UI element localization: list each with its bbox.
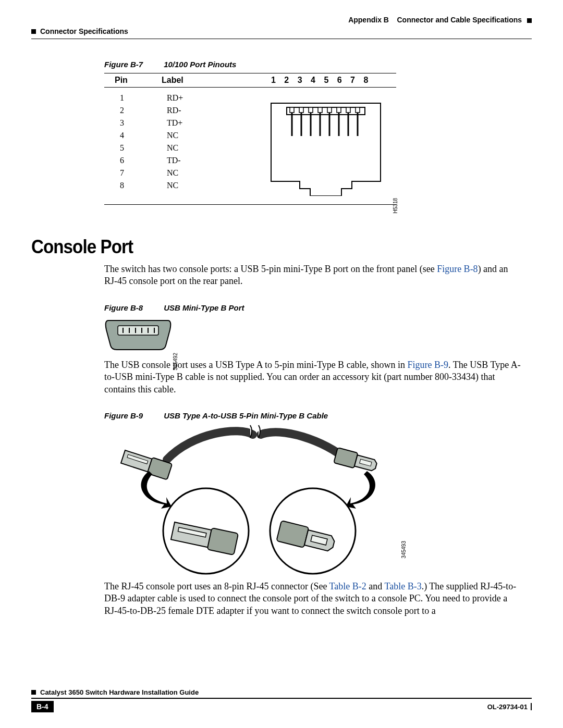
svg-rect-15 [346, 107, 350, 113]
figure-b9-caption: Figure B-9 USB Type A-to-USB 5-Pin Mini-… [104, 411, 521, 420]
appendix-title: Connector and Cable Specifications [397, 16, 522, 24]
svg-rect-9 [290, 107, 294, 113]
svg-rect-17 [118, 326, 158, 335]
pin-cell: 1 [120, 92, 167, 104]
svg-rect-11 [309, 107, 313, 113]
label-cell: TD- [167, 154, 261, 167]
console-para-2: The USB console port uses a USB Type A t… [104, 359, 521, 396]
label-cell: RD+ [167, 92, 261, 104]
pinout-header-row: Pin Label 1 2 3 4 5 6 7 8 [104, 73, 396, 88]
rj45-jack-diagram: H5318 [261, 92, 396, 198]
drawing-id: H5318 [393, 198, 398, 213]
pin-cell: 5 [120, 142, 167, 154]
figure-b8-caption: Figure B-8 USB Mini-Type B Port [104, 303, 521, 312]
svg-rect-14 [337, 107, 341, 113]
header-square-icon [31, 29, 36, 34]
figure-title: USB Type A-to-USB 5-Pin Mini-Type B Cabl… [164, 411, 328, 420]
svg-rect-13 [327, 107, 332, 113]
guide-title: Catalyst 3650 Switch Hardware Installati… [40, 688, 199, 696]
figure-number: Figure B-9 [104, 411, 162, 420]
section-label: Connector Specifications [40, 27, 128, 35]
pin-cell: 2 [120, 104, 167, 117]
svg-rect-12 [318, 107, 322, 113]
label-cell: NC [167, 179, 261, 192]
drawing-id: 345493 [401, 541, 407, 558]
console-para-1: The switch has two console ports: a USB … [104, 263, 521, 288]
col-label-header: Label [162, 76, 255, 85]
pinout-table: Pin Label 1 2 3 4 5 6 7 8 1 2 3 4 5 6 7 … [104, 73, 396, 205]
header-left: Connector Specifications [31, 27, 532, 35]
pin-column: 1 2 3 4 5 6 7 8 [104, 92, 167, 198]
drawing-id: 345492 [173, 353, 178, 370]
page-footer: Catalyst 3650 Switch Hardware Installati… [31, 688, 532, 712]
label-cell: NC [167, 142, 261, 154]
label-column: RD+ RD- TD+ NC NC TD- NC NC [167, 92, 261, 198]
label-cell: RD- [167, 104, 261, 117]
figure-number: Figure B-7 [104, 60, 162, 69]
link-figure-b8[interactable]: Figure B-8 [437, 264, 478, 274]
appendix-label: Appendix B [348, 16, 389, 24]
pin-numbers: 1 2 3 4 5 6 7 8 [255, 76, 396, 85]
link-figure-b9[interactable]: Figure B-9 [408, 360, 449, 370]
pin-cell: 3 [120, 117, 167, 129]
svg-rect-0 [287, 107, 365, 115]
svg-rect-16 [356, 107, 360, 113]
col-pin-header: Pin [104, 76, 162, 85]
figure-title: 10/100 Port Pinouts [164, 60, 236, 69]
pin-cell: 8 [120, 179, 167, 192]
svg-rect-10 [299, 107, 303, 113]
console-para-3: The RJ-45 console port uses an 8-pin RJ-… [104, 581, 521, 617]
console-port-heading: Console Port [31, 236, 492, 258]
footer-bar-icon [531, 703, 532, 710]
pin-cell: 7 [120, 167, 167, 179]
pin-cell: 4 [120, 129, 167, 142]
figure-title: USB Mini-Type B Port [164, 303, 244, 312]
label-cell: TD+ [167, 117, 261, 129]
header-right: Appendix B Connector and Cable Specifica… [31, 16, 532, 24]
header-square-icon [527, 18, 532, 23]
page-number-badge: B-4 [31, 701, 54, 712]
label-cell: NC [167, 167, 261, 179]
link-table-b3[interactable]: Table B-3 [384, 581, 421, 591]
footer-square-icon [31, 690, 36, 695]
doc-number: OL-29734-01 [487, 703, 528, 711]
usb-mini-b-port-diagram: 345492 [104, 316, 177, 355]
header-rule [31, 39, 532, 39]
label-cell: NC [167, 129, 261, 142]
pin-cell: 6 [120, 154, 167, 167]
usb-cable-diagram: 345493 [104, 424, 396, 577]
link-table-b2[interactable]: Table B-2 [329, 581, 366, 591]
figure-number: Figure B-8 [104, 303, 162, 312]
figure-b7-caption: Figure B-7 10/100 Port Pinouts [104, 60, 521, 69]
